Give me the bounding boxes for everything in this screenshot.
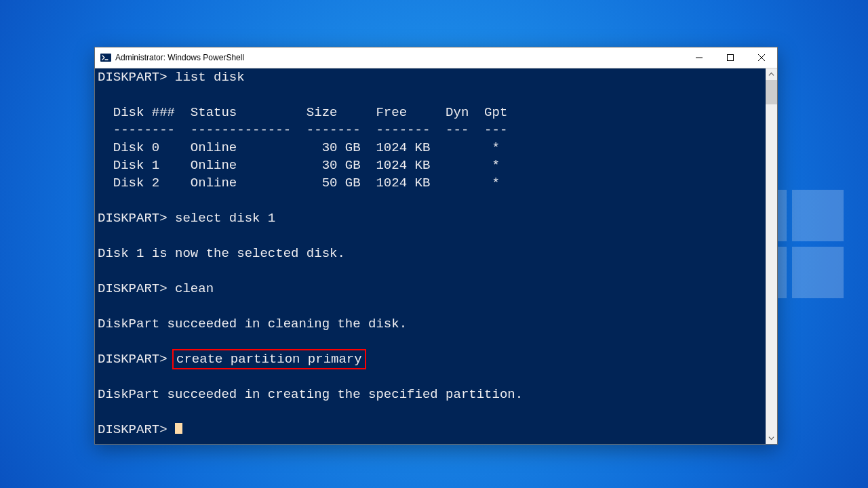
table-header: Disk ### Status Size Free Dyn Gpt	[98, 105, 507, 120]
command-text: list disk	[175, 70, 245, 85]
prompt: DISKPART>	[98, 211, 167, 226]
svg-rect-1	[728, 55, 734, 61]
highlighted-command: create partition primary	[172, 349, 366, 369]
output-text: Disk 1 is now the selected disk.	[98, 246, 345, 261]
window-title: Administrator: Windows PowerShell	[115, 53, 244, 62]
command-text: select disk 1	[175, 211, 275, 226]
prompt: DISKPART>	[98, 352, 167, 367]
powershell-icon	[100, 52, 111, 63]
table-row: Disk 2 Online 50 GB 1024 KB *	[98, 176, 500, 190]
command-text: clean	[175, 281, 214, 296]
output-text: DiskPart succeeded in cleaning the disk.	[98, 317, 407, 331]
maximize-button[interactable]	[715, 47, 746, 68]
command-text: create partition primary	[176, 352, 362, 367]
client-area: DISKPART> list disk Disk ### Status Size…	[95, 68, 777, 444]
prompt: DISKPART>	[98, 422, 167, 437]
table-row: Disk 1 Online 30 GB 1024 KB *	[98, 158, 500, 173]
vertical-scrollbar[interactable]	[766, 68, 777, 444]
prompt: DISKPART>	[98, 70, 167, 85]
table-row: Disk 0 Online 30 GB 1024 KB *	[98, 140, 500, 155]
terminal-output[interactable]: DISKPART> list disk Disk ### Status Size…	[95, 68, 766, 444]
close-button[interactable]	[746, 47, 777, 68]
scroll-up-button[interactable]	[766, 68, 777, 80]
powershell-window: Administrator: Windows PowerShell DISKPA…	[94, 47, 778, 445]
table-divider: -------- ------------- ------- ------- -…	[98, 123, 507, 138]
cursor	[175, 423, 182, 434]
scrollbar-track[interactable]	[766, 80, 777, 432]
minimize-button[interactable]	[684, 47, 715, 68]
output-text: DiskPart succeeded in creating the speci…	[98, 387, 523, 402]
desktop-wallpaper: Administrator: Windows PowerShell DISKPA…	[0, 0, 868, 488]
prompt: DISKPART>	[98, 281, 167, 296]
svg-rect-0	[100, 54, 111, 62]
scroll-down-button[interactable]	[766, 432, 777, 444]
scrollbar-thumb[interactable]	[766, 80, 777, 104]
titlebar[interactable]: Administrator: Windows PowerShell	[95, 47, 777, 68]
